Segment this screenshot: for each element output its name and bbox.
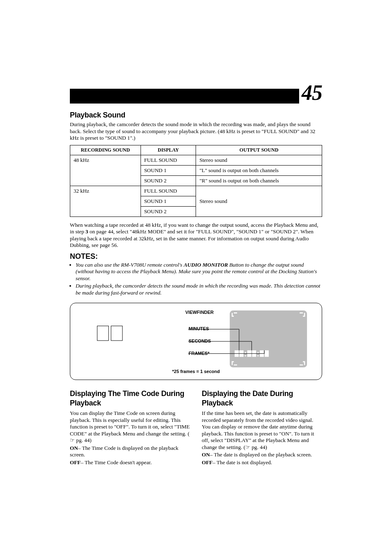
setting-val: The Time Code is displayed on the playba… [70,445,178,458]
table-header-row: RECORDING SOUND DISPLAY OUTPUT SOUND [70,145,322,155]
figure-label-viewfinder: VIEWFINDER [185,310,214,315]
list-item: During playback, the camcorder detects t… [76,283,322,296]
svg-rect-12 [111,326,122,341]
cell-output: Stereo sound [196,186,322,216]
note-text: During playback, the camcorder detects t… [76,283,321,296]
timecode-body-text: You can display the Time Code on screen … [70,410,190,437]
date-body: If the time has been set, the date is au… [202,410,322,451]
figure-label-frames: FRAMES* [189,351,210,356]
svg-rect-8 [257,355,258,357]
setting-key-on: ON [70,445,78,451]
timecode-body: You can display the Time Code on screen … [70,410,190,444]
after-table-part2: on page 44, select "48kHz MODE" and set … [70,228,314,248]
cell-output: Stereo sound [196,155,322,165]
setting-val: The date is not displayed. [217,459,272,465]
page-header: 45 [70,82,322,104]
after-table-step-number: 3 [85,228,88,235]
table-row: 48 kHz FULL SOUND Stereo sound [70,155,322,165]
timecode-title: Displaying The Time Code During Playback [70,389,190,408]
notes-heading: NOTES: [70,252,322,261]
table-row: 32 kHz FULL SOUND Stereo sound [70,186,322,196]
timecode-on-line: ON– The Time Code is displayed on the pl… [70,445,190,458]
date-title: Displaying the Date During Playback [202,389,322,408]
date-pgref: ☞ pg. 44) [245,444,267,450]
cell-output: "L" sound is output on both channels [196,165,322,175]
timecode-pgref: ☞ pg. 44) [70,437,92,443]
playback-sound-after-table: When watching a tape recorded at 48 kHz,… [70,222,322,249]
cell-output: "R" sound is output on both channels [196,175,322,186]
cell-display: SOUND 2 [141,206,196,216]
cell-recording: 48 kHz [70,155,141,186]
list-item: You can also use the RM-V708U remote con… [76,262,322,282]
th-display: DISPLAY [141,145,196,155]
two-column-area: Displaying The Time Code During Playback… [70,389,322,467]
setting-sep: – [81,459,85,465]
setting-val: The date is displayed on the playback sc… [214,451,312,458]
figure-label-seconds: SECONDS [189,339,211,343]
timecode-off-line: OFF– The Time Code doesn't appear. [70,459,190,466]
th-output: OUTPUT SOUND [196,145,322,155]
playback-sound-intro: During playback, the camcorder detects t… [70,121,322,142]
svg-rect-0 [230,311,307,368]
cell-display: SOUND 1 [141,165,196,175]
cell-display: FULL SOUND [141,155,196,165]
figure-footnote: *25 frames = 1 second [70,369,322,374]
setting-sep: – [78,445,82,451]
page-number: 45 [302,82,322,104]
th-recording: RECORDING SOUND [70,145,141,155]
column-right: Displaying the Date During Playback If t… [202,389,322,467]
sound-table: RECORDING SOUND DISPLAY OUTPUT SOUND 48 … [70,145,322,217]
header-black-bar [70,89,299,104]
viewfinder-figure: VIEWFINDER MINUTES SECONDS FRAMES* *25 f… [70,303,322,380]
setting-key-off: OFF [70,459,81,465]
svg-rect-11 [97,326,109,341]
column-left: Displaying The Time Code During Playback… [70,389,190,467]
svg-rect-10 [265,350,269,357]
cell-display: FULL SOUND [141,186,196,196]
date-off-line: OFF– The date is not displayed. [202,459,322,466]
note-bold: AUDIO MONITOR [184,262,228,268]
page: 45 Playback Sound During playback, the c… [0,0,392,555]
cell-display: SOUND 1 [141,196,196,206]
cell-recording: 32 kHz [70,186,141,216]
notes-list: You can also use the RM-V708U remote con… [70,262,322,297]
setting-sep: – [210,451,214,458]
figure-label-minutes: MINUTES [189,326,209,331]
setting-val: The Time Code doesn't appear. [85,459,152,465]
setting-key-off: OFF [202,459,212,465]
playback-sound-title: Playback Sound [70,111,322,120]
note-text: You can also use the RM-V708U remote con… [76,262,184,268]
cell-display: SOUND 2 [141,175,196,186]
setting-key-on: ON [202,451,210,458]
svg-rect-7 [257,352,258,353]
date-on-line: ON– The date is displayed on the playbac… [202,451,322,458]
svg-rect-3 [245,352,246,353]
svg-rect-4 [245,355,246,357]
setting-sep: – [212,459,217,465]
